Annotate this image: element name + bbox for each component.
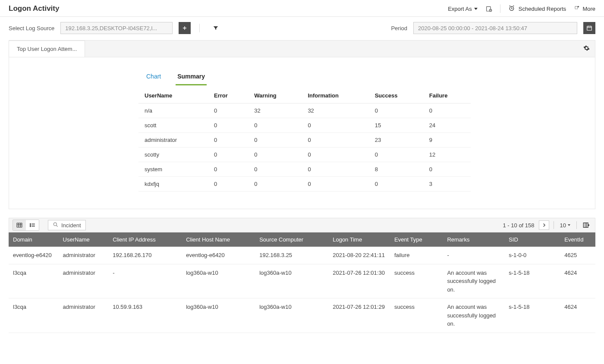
- summary-cell: scotty: [138, 147, 208, 162]
- divider: [554, 221, 554, 229]
- svg-point-8: [53, 223, 57, 226]
- summary-cell: 0: [208, 162, 248, 177]
- events-cell: log360a-w10: [255, 264, 328, 298]
- schedule-export-icon[interactable]: [485, 5, 492, 12]
- events-cell: administrator: [59, 264, 109, 298]
- summary-table: UserNameErrorWarningInformationSuccessFa…: [138, 88, 471, 191]
- scheduled-reports-link[interactable]: Scheduled Reports: [508, 5, 566, 13]
- events-header[interactable]: Domain: [9, 232, 59, 247]
- events-header[interactable]: Client Host Name: [182, 232, 255, 247]
- events-cell: success: [390, 298, 443, 333]
- summary-header: Warning: [248, 88, 302, 104]
- svg-point-6: [30, 225, 31, 226]
- divider: [199, 24, 200, 32]
- export-as-label: Export As: [448, 6, 472, 12]
- summary-cell: 0: [248, 147, 302, 162]
- events-cell: administrator: [59, 247, 109, 264]
- events-cell: 10.59.9.163: [108, 298, 182, 333]
- table-row: n/a0323200: [138, 104, 471, 118]
- divider: [500, 4, 500, 13]
- filter-icon[interactable]: [210, 22, 221, 34]
- view-list-button[interactable]: [26, 220, 39, 230]
- summary-header: Information: [302, 88, 368, 104]
- caret-down-icon: [474, 8, 478, 10]
- summary-cell: 0: [302, 147, 368, 162]
- events-header[interactable]: Logon Time: [328, 232, 390, 247]
- summary-cell: 15: [369, 118, 423, 133]
- events-cell: 192.168.3.25: [255, 247, 328, 264]
- events-cell: log360a-w10: [182, 264, 255, 298]
- svg-point-7: [30, 226, 31, 227]
- view-grid-button[interactable]: [13, 220, 26, 230]
- summary-cell: 9: [423, 133, 471, 147]
- events-cell: s-1-0-0: [504, 247, 560, 264]
- next-page-button[interactable]: [539, 220, 549, 230]
- table-row[interactable]: l3cqaadministrator10.59.9.163log360a-w10…: [9, 298, 595, 333]
- column-settings-button[interactable]: [581, 220, 591, 230]
- summary-header: Error: [208, 88, 248, 104]
- scheduled-reports-label: Scheduled Reports: [519, 6, 566, 12]
- events-cell: failure: [390, 247, 443, 264]
- summary-cell: 0: [302, 133, 368, 147]
- summary-header: Success: [369, 88, 423, 104]
- events-cell: log360a-w10: [255, 298, 328, 333]
- period-label: Period: [391, 25, 407, 31]
- events-cell: -: [108, 264, 182, 298]
- more-icon: [574, 5, 580, 13]
- alarm-clock-icon: [508, 5, 515, 13]
- events-cell: 192.168.26.170: [108, 247, 182, 264]
- log-source-input[interactable]: 192.168.3.25,DESKTOP-I04SE72,l...: [60, 22, 173, 34]
- summary-cell: 23: [369, 133, 423, 147]
- table-row[interactable]: l3cqaadministrator-log360a-w10log360a-w1…: [9, 264, 595, 298]
- summary-cell: 0: [248, 177, 302, 191]
- page-title: Logon Activity: [9, 4, 59, 13]
- summary-cell: 0: [248, 133, 302, 147]
- more-menu[interactable]: More: [574, 5, 595, 13]
- add-source-button[interactable]: [179, 22, 191, 34]
- sub-tab-chart[interactable]: Chart: [145, 70, 163, 85]
- events-cell: eventlog-e6420: [9, 247, 59, 264]
- events-cell: l3cqa: [9, 264, 59, 298]
- events-cell: administrator: [59, 298, 109, 333]
- sub-tab-summary[interactable]: Summary: [176, 70, 207, 85]
- table-row[interactable]: eventlog-e6420administrator192.168.26.17…: [9, 247, 595, 264]
- export-as-dropdown[interactable]: Export As: [448, 6, 478, 12]
- summary-cell: 0: [248, 162, 302, 177]
- table-row: scotty000012: [138, 147, 471, 162]
- events-header[interactable]: Remarks: [443, 232, 504, 247]
- events-header[interactable]: Event Type: [390, 232, 443, 247]
- summary-cell: n/a: [138, 104, 208, 118]
- events-cell: -: [443, 247, 504, 264]
- events-header[interactable]: Source Computer: [255, 232, 328, 247]
- report-tab[interactable]: Top User Logon Attem...: [9, 41, 85, 57]
- summary-cell: 0: [423, 162, 471, 177]
- page-size-value: 10: [560, 222, 566, 229]
- events-header[interactable]: UserName: [59, 232, 109, 247]
- summary-cell: 32: [248, 104, 302, 118]
- events-header[interactable]: Client IP Address: [108, 232, 182, 247]
- search-zoom-icon: [53, 222, 59, 229]
- table-row: administrator000239: [138, 133, 471, 147]
- pagination-text: 1 - 10 of 158: [503, 222, 535, 229]
- summary-header: UserName: [138, 88, 208, 104]
- period-input[interactable]: 2020-08-25 00:00:00 - 2021-08-24 13:50:4…: [413, 22, 577, 34]
- events-cell: 4624: [560, 298, 595, 333]
- events-header[interactable]: EventId: [560, 232, 595, 247]
- summary-cell: 3: [423, 177, 471, 191]
- summary-cell: 0: [423, 104, 471, 118]
- summary-cell: 0: [302, 162, 368, 177]
- table-row: scott0001524: [138, 118, 471, 133]
- summary-cell: 0: [369, 104, 423, 118]
- events-cell: 2021-07-26 12:01:30: [328, 264, 390, 298]
- summary-cell: 0: [248, 118, 302, 133]
- events-header[interactable]: SID: [504, 232, 560, 247]
- summary-cell: administrator: [138, 133, 208, 147]
- incident-button[interactable]: Incident: [48, 220, 86, 230]
- summary-cell: 0: [208, 177, 248, 191]
- svg-point-5: [30, 223, 31, 224]
- summary-cell: 24: [423, 118, 471, 133]
- page-size-select[interactable]: 10: [558, 222, 572, 229]
- calendar-button[interactable]: [583, 22, 595, 34]
- events-cell: 4624: [560, 264, 595, 298]
- gear-icon[interactable]: [578, 45, 595, 53]
